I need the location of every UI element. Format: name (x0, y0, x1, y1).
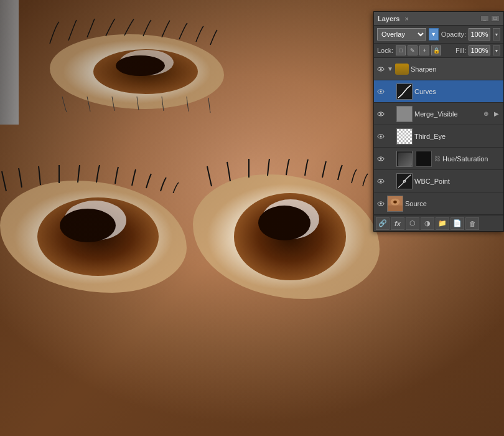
toolbar-delete-button[interactable]: 🗑 (465, 217, 479, 230)
eye-toggle-source[interactable] (376, 199, 385, 208)
lock-move-button[interactable]: + (419, 45, 429, 55)
eye-icon-wbc (377, 179, 385, 184)
lock-icons: □ ✎ + 🔒 (396, 45, 441, 55)
maximize-button[interactable]: □ (491, 16, 500, 22)
eye-toggle-third[interactable] (376, 132, 385, 141)
layer-sharpen-group[interactable]: ▼ Sharpen (374, 58, 503, 80)
opacity-arrow[interactable]: ▼ (493, 28, 500, 40)
eye-icon-huesat (377, 156, 385, 161)
svg-point-1 (380, 68, 382, 70)
layer-name-huesat: Hue/Saturation (442, 155, 501, 163)
fill-arrow[interactable]: ▼ (493, 45, 500, 55)
layer-name-wbc: WBC_Point (414, 178, 501, 185)
opacity-input[interactable] (469, 28, 490, 40)
chain-icon-huesat: ⛓ (434, 155, 441, 162)
svg-rect-23 (388, 205, 403, 211)
fill-input[interactable] (469, 45, 490, 55)
blend-mode-arrow[interactable]: ▼ (429, 28, 439, 40)
layer-third-eye[interactable]: Third_Eye (374, 125, 503, 148)
layer-merge-visible[interactable]: Merge_Visible ⊕ ▶ (374, 103, 503, 125)
layer-name-source: Source (405, 200, 501, 207)
eye-icon-source (377, 201, 385, 206)
eye-toggle-huesat[interactable] (376, 154, 385, 163)
source-thumb-svg (388, 196, 403, 211)
svg-point-7 (380, 113, 382, 115)
panel-title-left: Layers × (378, 15, 409, 22)
layer-source[interactable]: Source (374, 192, 503, 215)
expand-arrow-sharpen[interactable]: ▼ (387, 65, 393, 73)
panel-title-bar: Layers × _ □ (374, 12, 503, 26)
thumb-merge (396, 106, 413, 122)
lock-paint-button[interactable]: ✎ (408, 45, 418, 55)
layer-hue-saturation[interactable]: ⛓ Hue/Saturation (374, 148, 503, 170)
svg-point-19 (380, 202, 382, 204)
curves-thumb-svg (397, 84, 412, 99)
thumb-huesat-mask (416, 151, 432, 167)
blend-mode-row: Overlay Normal Multiply Screen Soft Ligh… (374, 26, 503, 44)
folder-thumb-sharpen (395, 64, 409, 75)
eye-toggle-merge[interactable] (376, 110, 385, 118)
layer-name-sharpen: Sharpen (411, 65, 501, 73)
eye-icon-third (377, 134, 385, 139)
lock-label: Lock: (377, 47, 393, 54)
layers-panel: Layers × _ □ Overlay Normal Multiply Scr… (373, 11, 504, 232)
svg-point-11 (380, 158, 382, 159)
eye-icon-merge (377, 111, 385, 116)
thumb-source (387, 196, 403, 212)
thumb-wbc (396, 173, 413, 189)
panel-title: Layers (378, 15, 399, 22)
lock-row: Lock: □ ✎ + 🔒 Fill: ▼ (374, 44, 503, 58)
toolbar-link-button[interactable]: 🔗 (376, 217, 390, 230)
layer-curves[interactable]: Curves (374, 80, 503, 103)
layer-wbc-point[interactable]: WBC_Point (374, 170, 503, 192)
layer-name-third: Third_Eye (414, 133, 501, 140)
toolbar-fx-button[interactable]: fx (391, 217, 404, 230)
svg-point-3 (380, 90, 382, 92)
lock-all-button[interactable]: 🔒 (431, 45, 441, 55)
toolbar-adjustment-button[interactable]: ◑ (421, 217, 434, 230)
toolbar-mask-button[interactable]: ⬡ (406, 217, 419, 230)
panel-title-controls: _ □ (480, 16, 500, 22)
fill-label: Fill: (455, 47, 466, 54)
huesat-thumb-svg (397, 151, 412, 166)
main-container: Layers × _ □ Overlay Normal Multiply Scr… (0, 0, 504, 436)
thumb-curves (396, 83, 413, 100)
merge-visible-icon: ⊕ (482, 110, 490, 118)
eye-toggle-curves[interactable] (376, 87, 385, 96)
gray-side (0, 0, 19, 125)
svg-point-14 (380, 180, 382, 182)
merge-right-arrow: ▶ (492, 110, 501, 118)
eye-icon-sharpen (377, 67, 385, 72)
panel-close-x[interactable]: × (404, 15, 408, 22)
svg-rect-12 (397, 151, 412, 166)
thumb-third-eye (396, 128, 413, 145)
blend-mode-select[interactable]: Overlay Normal Multiply Screen Soft Ligh… (377, 28, 426, 40)
lock-pixel-button[interactable]: □ (396, 45, 406, 55)
wbc-thumb-svg (397, 174, 412, 189)
layer-name-curves: Curves (414, 88, 501, 95)
toolbar-new-layer-button[interactable]: 📄 (450, 217, 464, 230)
svg-point-9 (380, 135, 382, 137)
svg-point-22 (393, 200, 397, 203)
eye-toggle-wbc[interactable] (376, 177, 385, 186)
layer-name-merge: Merge_Visible (414, 110, 480, 118)
eye-toggle-sharpen[interactable] (376, 65, 385, 73)
panel-toolbar: 🔗 fx ⬡ ◑ 📁 📄 🗑 (374, 215, 503, 231)
opacity-label: Opacity: (441, 31, 466, 38)
eye-icon-curves (377, 89, 385, 94)
minimize-button[interactable]: _ (480, 16, 489, 22)
toolbar-group-button[interactable]: 📁 (436, 217, 449, 230)
thumb-huesat (396, 151, 413, 167)
